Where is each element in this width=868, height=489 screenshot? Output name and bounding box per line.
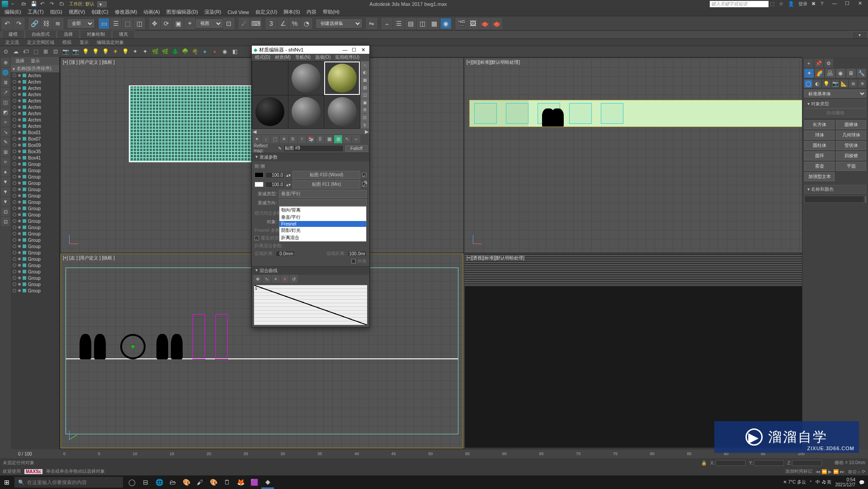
scene-list-item[interactable]: Group [11, 186, 59, 193]
assign-to-sel-icon[interactable]: ⬚ [271, 135, 279, 143]
sub-systems[interactable]: ✳ [858, 80, 866, 88]
scene-list-item[interactable]: Group [11, 249, 59, 256]
viewport-nav-icons[interactable]: ⊞ ⊡ ⌕ ⟳ [848, 469, 865, 474]
scene-list-item[interactable]: Archm [11, 98, 59, 104]
ribbon-tab-modeling[interactable]: 建模 [2, 30, 24, 38]
object-name-input[interactable] [804, 196, 864, 203]
primitive-button[interactable]: 球体 [804, 131, 835, 140]
scene-list-item[interactable]: Group [11, 167, 59, 174]
primitive-button[interactable]: 管状体 [836, 141, 866, 150]
freeze-icon[interactable] [18, 163, 21, 165]
reset-map-icon[interactable]: ✕ [280, 135, 288, 143]
dropdown-option[interactable]: 垂直/平行 [279, 214, 366, 221]
left-tool-icon[interactable]: ♠ [1, 167, 10, 176]
ribbon-collapse-button[interactable]: ▾ [852, 31, 868, 38]
align-button[interactable]: ⫠ [382, 18, 392, 29]
play-controls[interactable]: ⏮ ⏪ ▶ ⏩ ⏭ [816, 469, 844, 474]
select-region-button[interactable]: ⬚ [122, 18, 133, 29]
helper-icon[interactable]: ⊙ [2, 47, 10, 56]
visibility-icon[interactable] [13, 112, 16, 115]
front-color-swatch[interactable] [255, 172, 264, 178]
curve-delete-icon[interactable]: ✕ [281, 275, 289, 283]
menu-civilview[interactable]: Civil View [225, 9, 251, 15]
scene-list-item[interactable]: Group [11, 230, 59, 237]
scene-list-item[interactable]: Group [11, 256, 59, 262]
make-preview-icon[interactable]: ▣ [361, 99, 369, 106]
freeze-icon[interactable] [18, 258, 21, 260]
freeze-icon[interactable] [18, 137, 21, 140]
helper-icon[interactable]: 💡 [101, 47, 109, 56]
options-icon[interactable]: ⚙ [361, 107, 369, 114]
scene-list-title[interactable]: 名称(按升序排序) [17, 66, 52, 72]
ribbon-item-display[interactable]: 显示 [76, 39, 92, 46]
video-check-icon[interactable]: ◫ [361, 91, 369, 99]
left-tool-icon[interactable]: ▼ [1, 187, 10, 196]
snap-toggle-button[interactable]: 3 [266, 18, 277, 29]
primitive-button[interactable]: 四棱锥 [836, 151, 866, 160]
sample-uv-icon[interactable]: ▥ [361, 84, 369, 91]
scene-list-item[interactable]: Group [11, 161, 59, 167]
viewport-label[interactable]: [+] [左 ] [用户定义 ] [线框 ] [63, 255, 115, 261]
visibility-icon[interactable] [13, 74, 16, 77]
redo-button[interactable]: ↷ [14, 18, 24, 29]
ribbon-item-sim[interactable]: 模拟 [59, 39, 75, 46]
left-tool-icon[interactable]: ▼ [1, 177, 10, 186]
scene-list-item[interactable]: Box09 [11, 142, 59, 148]
rollout-mix-curve[interactable]: ▾混合曲线 [252, 267, 369, 275]
helper-icon[interactable]: 🌳 [181, 47, 189, 56]
show-map-icon[interactable]: ▦ [325, 135, 333, 143]
sample-type-icon[interactable]: ○ [361, 61, 369, 69]
curve-reset-icon[interactable]: ↺ [290, 275, 298, 283]
redo-icon[interactable]: ↷ [50, 1, 56, 7]
cortana-icon[interactable]: ⊟ [139, 476, 152, 489]
left-tool-icon[interactable]: ◫ [1, 98, 10, 107]
go-sibling-icon[interactable]: ↔ [352, 135, 360, 143]
ribbon-tab-objectpaint[interactable]: 对象绘制 [80, 30, 112, 38]
sub-shapes[interactable]: ◐ [813, 80, 821, 88]
visibility-icon[interactable] [13, 207, 16, 210]
me-menu-material[interactable]: 材质(M) [274, 54, 292, 61]
viewport-label[interactable]: [+][透视][标准][默认明暗处理] [467, 255, 524, 261]
weather-widget[interactable]: ☀ 7°C 多云 [783, 479, 806, 485]
menu-edit[interactable]: 编辑(E) [2, 8, 24, 16]
visibility-icon[interactable] [13, 244, 16, 248]
scene-list-item[interactable]: Box07 [11, 136, 59, 142]
freeze-icon[interactable] [18, 226, 21, 229]
helper-icon[interactable]: 🏷 [22, 47, 30, 56]
scene-list-item[interactable]: Group [11, 287, 59, 294]
scroll-left-icon[interactable]: ◀ [253, 129, 256, 135]
freeze-icon[interactable] [18, 87, 21, 89]
freeze-icon[interactable] [18, 220, 21, 222]
tab-create[interactable]: ✦ [804, 69, 814, 78]
helper-icon[interactable]: ⊡ [52, 47, 60, 56]
freeze-icon[interactable] [18, 175, 21, 178]
y-input[interactable] [754, 460, 784, 466]
sub-cameras[interactable]: 📷 [831, 80, 840, 88]
render-iterative-button[interactable]: 🫖 [491, 18, 502, 29]
select-object-button[interactable]: ▭ [99, 18, 109, 29]
front-enable-checkbox[interactable]: ✓ [362, 173, 367, 177]
menu-views[interactable]: 视图(V) [66, 8, 88, 16]
scene-list-item[interactable]: Group [11, 281, 59, 287]
freeze-icon[interactable] [18, 188, 21, 191]
background-icon[interactable]: ▦ [361, 76, 369, 84]
get-material-icon[interactable]: ✦ [253, 135, 261, 143]
ribbon-tab-selection[interactable]: 选择 [57, 30, 80, 38]
tab-motion[interactable]: ◉ [836, 69, 845, 78]
freeze-icon[interactable] [18, 125, 21, 127]
scene-tab-select[interactable]: 选择 [15, 58, 24, 64]
menu-maxscript[interactable]: 脚本(S) [281, 8, 303, 16]
scene-list-item[interactable]: Group [11, 224, 59, 230]
menu-tools[interactable]: 工具(T) [25, 8, 47, 16]
ime-indicator[interactable]: 中 🎝 英 [816, 479, 832, 485]
freeze-icon[interactable] [18, 80, 21, 83]
viewport-label[interactable]: [+] [顶 ] [用户定义 ] [线框 ] [63, 59, 115, 66]
visibility-icon[interactable] [13, 156, 16, 160]
toggle-ribbon-button[interactable]: ▤ [405, 18, 416, 29]
primitive-button[interactable]: 圆锥体 [836, 120, 866, 129]
edge-icon[interactable]: 🌐 [153, 476, 165, 489]
front-amount-spinner[interactable] [265, 172, 284, 178]
primitive-button[interactable]: 圆柱体 [804, 141, 835, 150]
autokey-label[interactable]: 添加时间标记 [785, 468, 812, 475]
visibility-icon[interactable] [13, 238, 16, 242]
